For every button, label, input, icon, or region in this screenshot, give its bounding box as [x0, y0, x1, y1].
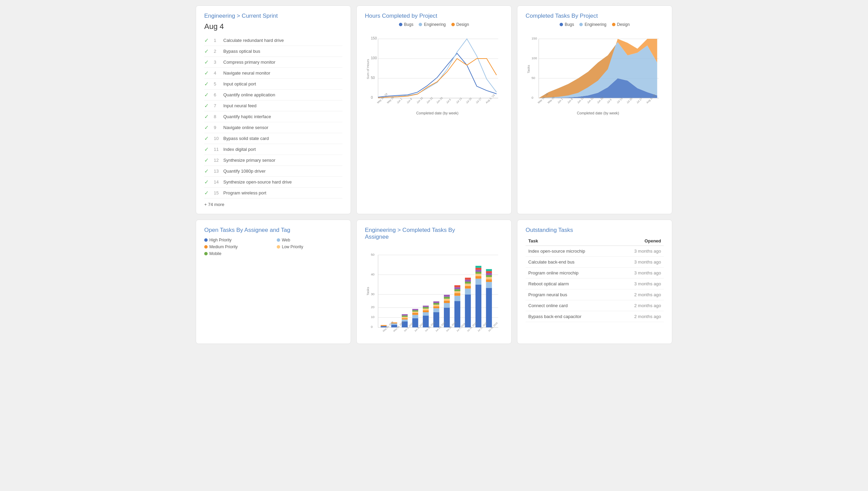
- svg-text:30: 30: [371, 292, 374, 296]
- svg-rect-98: [444, 299, 450, 301]
- svg-rect-113: [465, 280, 471, 282]
- svg-rect-118: [476, 274, 481, 276]
- medium-priority-label: Medium Priority: [209, 244, 238, 249]
- check-icon: ✓: [204, 190, 210, 196]
- svg-rect-83: [423, 316, 429, 328]
- svg-text:Jun 29: Jun 29: [436, 96, 444, 104]
- outstanding-row: Program online microchip3 months ago: [526, 268, 664, 279]
- web-label: Web: [282, 238, 290, 242]
- task-list-item: ✓ 4 Navigate neural monitor: [204, 68, 342, 79]
- outstanding-row: Bypass back-end capacitor2 months ago: [526, 311, 664, 322]
- legend-web: Web: [277, 238, 342, 242]
- svg-rect-74: [402, 317, 407, 318]
- bugs-label-2: Bugs: [565, 22, 574, 27]
- high-priority-label: High Priority: [209, 238, 231, 242]
- open-tasks-title: Open Tasks By Assignee and Tag: [204, 227, 342, 234]
- col-opened: Opened: [616, 236, 664, 246]
- svg-rect-91: [433, 306, 439, 308]
- svg-rect-100: [444, 295, 450, 297]
- completed-chart-container: 150 100 50 0 Tasks: [526, 30, 664, 116]
- check-icon: ✓: [204, 37, 210, 44]
- check-icon: ✓: [204, 92, 210, 98]
- web-dot: [277, 238, 280, 242]
- open-tasks-panel: Open Tasks By Assignee and Tag High Prio…: [196, 220, 351, 344]
- legend-engineering: Engineering: [419, 22, 446, 27]
- svg-rect-119: [476, 272, 481, 274]
- check-icon: ✓: [204, 179, 210, 185]
- more-tasks-link[interactable]: + 74 more: [204, 202, 342, 207]
- bugs-label: Bugs: [404, 22, 413, 27]
- check-icon: ✓: [204, 70, 210, 76]
- mobile-dot: [204, 252, 208, 255]
- svg-rect-124: [486, 282, 492, 288]
- svg-text:Jun 8: Jun 8: [406, 97, 413, 104]
- svg-rect-92: [433, 305, 439, 306]
- outstanding-tasks-panel: Outstanding Tasks Task Opened Index open…: [517, 220, 672, 344]
- svg-rect-73: [402, 318, 407, 319]
- svg-rect-99: [444, 297, 450, 299]
- task-list-item: ✓ 5 Input optical port: [204, 79, 342, 90]
- check-icon: ✓: [204, 102, 210, 109]
- svg-text:Jul 6: Jul 6: [446, 98, 452, 104]
- svg-rect-121: [476, 268, 481, 270]
- svg-text:50: 50: [371, 253, 374, 256]
- col-task: Task: [526, 236, 616, 246]
- check-icon: ✓: [204, 124, 210, 131]
- open-tasks-legend: High Priority Web Medium Priority Low Pr…: [204, 238, 342, 256]
- svg-rect-128: [486, 273, 492, 275]
- hours-by-project-panel: Hours Completed by Project Bugs Engineer…: [356, 5, 512, 214]
- svg-rect-109: [465, 288, 471, 294]
- svg-rect-85: [423, 310, 429, 312]
- svg-text:Tasks: Tasks: [366, 287, 370, 296]
- task-list-item: ✓ 2 Bypass optical bus: [204, 46, 342, 57]
- completed-tasks-title: Completed Tasks By Project: [526, 13, 664, 19]
- task-list-item: ✓ 14 Synthesize open-source hard drive: [204, 177, 342, 188]
- svg-rect-103: [454, 293, 460, 296]
- outstanding-row: Connect online card2 months ago: [526, 300, 664, 311]
- check-icon: ✓: [204, 157, 210, 163]
- svg-text:150: 150: [531, 36, 537, 40]
- svg-rect-112: [465, 282, 471, 284]
- svg-rect-122: [476, 266, 481, 268]
- svg-text:100: 100: [531, 56, 537, 60]
- svg-text:100: 100: [371, 56, 377, 60]
- svg-text:20: 20: [371, 305, 374, 309]
- sprint-panel: Engineering > Current Sprint Aug 4 ✓ 1 C…: [196, 5, 351, 214]
- task-list-item: ✓ 15 Program wireless port: [204, 188, 342, 199]
- check-icon: ✓: [204, 81, 210, 87]
- outstanding-row: Reboot optical alarm3 months ago: [526, 279, 664, 289]
- completed-tasks-chart: 150 100 50 0 Tasks: [526, 30, 664, 115]
- svg-text:Jun 22: Jun 22: [426, 96, 434, 104]
- svg-rect-82: [412, 309, 418, 310]
- svg-text:150: 150: [371, 36, 377, 40]
- svg-rect-114: [465, 278, 471, 280]
- svg-rect-93: [433, 303, 439, 305]
- check-icon: ✓: [204, 113, 210, 120]
- check-icon: ✓: [204, 59, 210, 65]
- legend-design: Design: [451, 22, 469, 27]
- medium-priority-dot: [204, 245, 208, 249]
- legend-mobile: Mobile: [204, 251, 270, 256]
- design-label: Design: [456, 22, 469, 27]
- svg-text:50: 50: [531, 76, 535, 80]
- design-dot: [451, 23, 455, 26]
- sprint-title: Engineering > Current Sprint: [204, 13, 342, 19]
- engineering-dot-2: [579, 23, 583, 26]
- svg-rect-80: [412, 312, 418, 313]
- svg-text:Jun 1: Jun 1: [396, 97, 403, 104]
- svg-rect-110: [465, 286, 471, 289]
- legend-low-priority: Low Priority: [277, 244, 342, 249]
- legend-design-2: Design: [612, 22, 630, 27]
- task-list-item: ✓ 7 Input neural feed: [204, 100, 342, 111]
- svg-rect-96: [444, 303, 450, 308]
- svg-text:0: 0: [531, 96, 533, 99]
- legend-bugs: Bugs: [399, 22, 413, 27]
- hours-legend: Bugs Engineering Design: [365, 22, 503, 27]
- svg-rect-106: [454, 287, 460, 289]
- legend-medium-priority: Medium Priority: [204, 244, 270, 249]
- legend-high-priority: High Priority: [204, 238, 270, 242]
- hours-chart: 150 100 50 0 Sum of Hours: [365, 30, 503, 115]
- task-list-item: ✓ 12 Synthesize primary sensor: [204, 155, 342, 166]
- mobile-label: Mobile: [209, 251, 221, 256]
- assignee-chart: 50 40 30 20 10 0 Tasks: [365, 243, 503, 335]
